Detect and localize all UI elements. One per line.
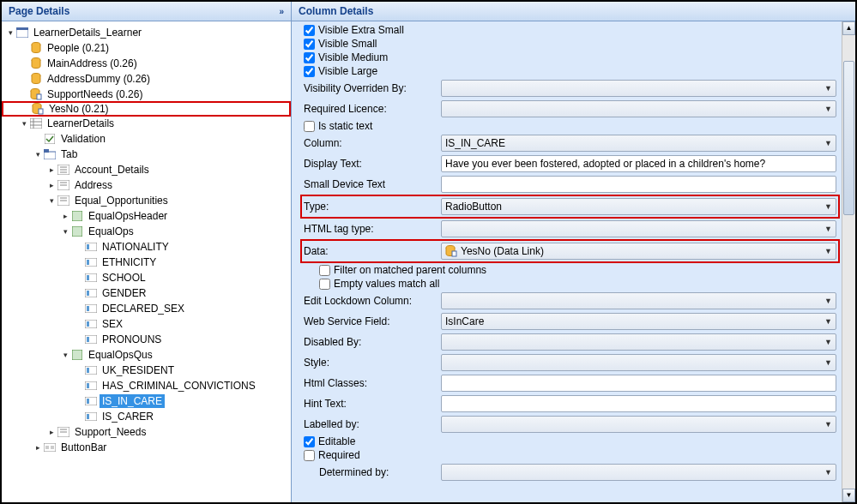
tree-validation[interactable]: Validation	[2, 131, 291, 147]
determined-by-row: Determined by:▼	[304, 462, 836, 483]
field-icon	[84, 410, 98, 423]
tree-people[interactable]: People (0.21)	[2, 40, 291, 56]
svg-rect-55	[45, 446, 49, 449]
tree-buttonbar[interactable]: ▸ButtonBar	[2, 440, 291, 455]
column-combo[interactable]: IS_IN_CARE▼	[441, 135, 836, 152]
required-licence-row: Required Licence:▼	[304, 99, 836, 119]
visible-small-check[interactable]: Visible Small	[304, 37, 836, 51]
display-text-input[interactable]: Have you ever been fostered, adopted or …	[441, 155, 836, 172]
html-tag-type-combo[interactable]: ▼	[441, 220, 836, 237]
toggle-icon[interactable]: ▾	[60, 351, 70, 359]
editable-check[interactable]: Editable	[304, 435, 836, 448]
visible-large-check[interactable]: Visible Large	[304, 64, 836, 78]
tree-equalopsqus[interactable]: ▾EqualOpsQus	[2, 347, 291, 363]
toggle-icon[interactable]: ▾	[60, 227, 70, 236]
is-static-text-check[interactable]: Is static text	[304, 119, 836, 133]
scroll-up-button[interactable]: ▲	[842, 21, 855, 35]
web-service-field-row: Web Service Field:IsInCare▼	[304, 311, 836, 332]
type-row: Type:RadioButton▼	[304, 196, 836, 217]
scroll-down-button[interactable]: ▼	[842, 489, 855, 502]
field-icon	[84, 363, 98, 377]
tree-equalops[interactable]: ▾EqualOps	[2, 224, 291, 239]
group-icon	[70, 225, 84, 238]
labelled-by-combo[interactable]: ▼	[441, 416, 836, 433]
tree-equalopsheader[interactable]: ▸EqualOpsHeader	[2, 208, 291, 224]
collapse-icon[interactable]: »	[279, 7, 284, 16]
database-icon	[29, 41, 43, 55]
filter-matched-check[interactable]: Filter on matched parent columns	[304, 263, 836, 277]
tree-mainaddress[interactable]: MainAddress (0.26)	[2, 56, 291, 71]
tree-learnerdetails[interactable]: ▾LearnerDetails	[2, 116, 291, 131]
toggle-icon[interactable]: ▸	[33, 443, 43, 452]
field-icon	[84, 255, 98, 269]
toggle-icon[interactable]: ▸	[46, 181, 57, 189]
page-details-title: Page Details	[9, 5, 69, 17]
tree-sex[interactable]: SEX	[2, 316, 291, 332]
svg-rect-44	[87, 368, 89, 373]
edit-lockdown-combo[interactable]: ▼	[441, 292, 836, 309]
html-classes-input[interactable]	[441, 375, 836, 392]
toggle-icon[interactable]: ▾	[33, 150, 43, 159]
required-licence-combo[interactable]: ▼	[441, 100, 836, 117]
tree-equal-opportunities[interactable]: ▾Equal_Opportunities	[2, 193, 291, 208]
web-service-combo[interactable]: IsInCare▼	[441, 313, 836, 330]
page-details-header: Page Details »	[2, 2, 291, 21]
tree-declared-sex[interactable]: DECLARED_SEX	[2, 301, 291, 316]
style-combo[interactable]: ▼	[441, 354, 836, 371]
tree-school[interactable]: SCHOOL	[2, 270, 291, 285]
section-icon	[57, 425, 70, 439]
visible-extra-small-check[interactable]: Visible Extra Small	[304, 23, 836, 37]
tree-uk-resident[interactable]: UK_RESIDENT	[2, 363, 291, 378]
tree-account-details[interactable]: ▸Account_Details	[2, 162, 291, 177]
tree-has-criminal[interactable]: HAS_CRIMINAL_CONVICTIONS	[2, 378, 291, 393]
visible-medium-check[interactable]: Visible Medium	[304, 51, 836, 64]
details-form: Visible Extra Small Visible Small Visibl…	[292, 21, 842, 502]
svg-rect-31	[87, 260, 89, 265]
validation-icon	[43, 132, 57, 146]
scroll-thumb[interactable]	[843, 61, 854, 215]
tree-pronouns[interactable]: PRONOUNS	[2, 332, 291, 347]
tree-nationality[interactable]: NATIONALITY	[2, 239, 291, 255]
empty-values-check[interactable]: Empty values match all	[304, 277, 836, 291]
visibility-overriden-row: Visibility Overriden By:▼	[304, 78, 836, 99]
svg-rect-39	[87, 321, 89, 327]
svg-rect-33	[87, 275, 89, 280]
tree-addressdummy[interactable]: AddressDummy (0.26)	[2, 71, 291, 87]
small-device-text-input[interactable]	[441, 176, 836, 193]
field-icon	[84, 379, 98, 393]
tree-is-in-care[interactable]: IS_IN_CARE	[2, 393, 291, 409]
tree-support-needs2[interactable]: ▸Support_Needs	[2, 424, 291, 440]
grid-icon	[29, 117, 43, 130]
determined-by-combo[interactable]: ▼	[441, 464, 836, 481]
disabled-by-combo[interactable]: ▼	[441, 333, 836, 351]
tree-address[interactable]: ▸Address	[2, 177, 291, 193]
chevron-down-icon: ▼	[824, 338, 832, 346]
tree-gender[interactable]: GENDER	[2, 285, 291, 301]
svg-rect-29	[87, 244, 89, 249]
toggle-icon[interactable]: ▾	[19, 119, 29, 128]
group-icon	[70, 209, 84, 223]
toggle-icon[interactable]: ▾	[46, 196, 57, 205]
tree-supportneeds[interactable]: SupportNeeds (0.26)	[2, 87, 291, 102]
tree-is-carer[interactable]: IS_CARER	[2, 409, 291, 424]
data-combo[interactable]: YesNo (Data Link)▼	[441, 243, 836, 260]
display-text-row: Display Text:Have you ever been fostered…	[304, 153, 836, 174]
toggle-icon[interactable]: ▸	[60, 212, 70, 220]
type-combo[interactable]: RadioButton▼	[441, 198, 836, 215]
required-check[interactable]: Required	[304, 448, 836, 462]
toggle-icon[interactable]: ▸	[46, 428, 57, 436]
visibility-overriden-combo[interactable]: ▼	[441, 80, 836, 97]
labelled-by-row: Labelled by:▼	[304, 414, 836, 435]
tree-yesno[interactable]: YesNo (0.21)	[2, 101, 291, 117]
tree-ethnicity[interactable]: ETHNICITY	[2, 255, 291, 270]
toggle-icon[interactable]: ▾	[5, 28, 15, 37]
tree-root[interactable]: ▾LearnerDetails_Learner	[2, 25, 291, 40]
tree-tab[interactable]: ▾Tab	[2, 147, 291, 162]
vertical-scrollbar[interactable]: ▲ ▼	[842, 21, 855, 502]
column-row: Column:IS_IN_CARE▼	[304, 133, 836, 153]
toggle-icon[interactable]: ▸	[46, 165, 57, 174]
tree: ▾LearnerDetails_Learner People (0.21) Ma…	[2, 21, 291, 459]
chevron-down-icon: ▼	[824, 202, 832, 211]
scroll-track[interactable]	[842, 35, 855, 489]
hint-text-input[interactable]	[441, 395, 836, 412]
